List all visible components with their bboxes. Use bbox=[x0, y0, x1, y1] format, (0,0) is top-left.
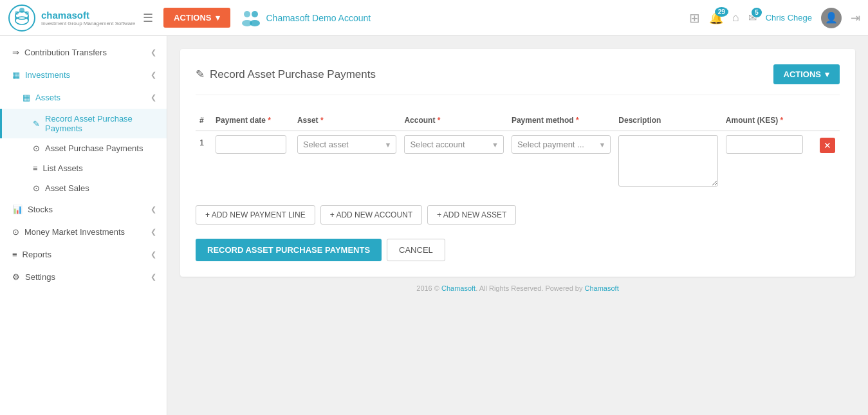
col-payment-method: Payment method * bbox=[508, 111, 614, 131]
notification-icon[interactable]: 🔔 29 bbox=[709, 11, 723, 25]
logo-text: chamasoft Investment Group Management So… bbox=[41, 10, 135, 26]
col-description: Description bbox=[614, 111, 721, 131]
logo-area: chamasoft Investment Group Management So… bbox=[8, 4, 136, 32]
content-card: ✎ Record Asset Purchase Payments ACTIONS… bbox=[180, 49, 855, 277]
money-market-icon: ⊙ bbox=[12, 227, 19, 237]
payment-table: # Payment date * Asset * Account * Payme… bbox=[196, 111, 840, 192]
grid-icon[interactable]: ⊞ bbox=[689, 10, 700, 26]
svg-point-6 bbox=[15, 11, 19, 15]
footer: 2016 © Chamasoft. All Rights Reserved. P… bbox=[180, 277, 855, 300]
payment-method-select[interactable]: Select payment ... bbox=[512, 135, 611, 154]
settings-icon: ⚙ bbox=[12, 272, 20, 282]
sidebar-label-asset-sales: Asset Sales bbox=[45, 183, 89, 193]
asset-select-wrapper: Select asset ▼ bbox=[297, 135, 396, 154]
list-icon: ≡ bbox=[33, 163, 38, 173]
cell-description bbox=[614, 131, 721, 192]
col-remove bbox=[816, 111, 840, 131]
cell-amount bbox=[722, 131, 816, 192]
sidebar-item-stocks[interactable]: 📊 Stocks ❮ bbox=[0, 198, 167, 221]
sidebar-label-stocks: Stocks bbox=[28, 205, 53, 214]
main-content: ✎ Record Asset Purchase Payments ACTIONS… bbox=[167, 36, 868, 415]
org-name: Chamasoft Demo Account bbox=[266, 13, 371, 23]
card-actions-button[interactable]: ACTIONS ▾ bbox=[773, 64, 840, 84]
chevron-icon: ❮ bbox=[151, 93, 156, 102]
sidebar: ⇒ Contribution Transfers ❮ ▦ Investments… bbox=[0, 36, 167, 415]
add-asset-button[interactable]: + ADD NEW ASSET bbox=[427, 205, 516, 225]
add-account-button[interactable]: + ADD NEW ACCOUNT bbox=[320, 205, 422, 225]
message-badge: 5 bbox=[752, 8, 762, 17]
table-header-row: # Payment date * Asset * Account * Payme… bbox=[196, 111, 840, 131]
table-row: 1 Select asset ▼ bbox=[196, 131, 840, 192]
svg-point-8 bbox=[244, 11, 250, 17]
chevron-icon: ❮ bbox=[151, 250, 156, 259]
user-name[interactable]: Chris Chege bbox=[766, 13, 812, 23]
col-amount: Amount (KES) * bbox=[722, 111, 816, 131]
col-payment-date: Payment date * bbox=[212, 111, 293, 131]
sidebar-item-assets[interactable]: ▦ Assets ❮ bbox=[0, 86, 167, 109]
actions-button[interactable]: ACTIONS ▾ bbox=[163, 8, 230, 28]
footer-link-2[interactable]: Chamasoft bbox=[585, 284, 619, 292]
sidebar-item-record-asset-purchase-payments[interactable]: ✎ Record Asset Purchase Payments bbox=[0, 109, 167, 138]
sidebar-item-asset-purchase-payments[interactable]: ⊙ Asset Purchase Payments bbox=[0, 138, 167, 158]
chevron-icon: ❮ bbox=[151, 48, 156, 57]
home-icon[interactable]: ⌂ bbox=[732, 11, 739, 24]
action-buttons-row: RECORD ASSET PURCHASE PAYMENTS CANCEL bbox=[196, 232, 840, 261]
group-icon bbox=[241, 8, 261, 28]
col-num: # bbox=[196, 111, 212, 131]
hamburger-menu[interactable]: ☰ bbox=[143, 11, 153, 25]
record-button[interactable]: RECORD ASSET PURCHASE PAYMENTS bbox=[196, 239, 382, 261]
pencil-icon: ✎ bbox=[196, 68, 205, 81]
col-account: Account * bbox=[400, 111, 507, 131]
required-marker: * bbox=[268, 116, 271, 125]
cancel-button[interactable]: CANCEL bbox=[387, 239, 445, 261]
payment-date-input[interactable] bbox=[216, 135, 286, 154]
sidebar-item-asset-sales[interactable]: ⊙ Asset Sales bbox=[0, 178, 167, 198]
cell-account: Select account ▼ bbox=[400, 131, 507, 192]
sidebar-label-asset-purchase-payments: Asset Purchase Payments bbox=[45, 143, 143, 153]
account-select[interactable]: Select account bbox=[404, 135, 503, 154]
sidebar-item-list-assets[interactable]: ≡ List Assets bbox=[0, 158, 167, 178]
asset-select[interactable]: Select asset bbox=[297, 135, 396, 154]
remove-row-button[interactable]: ✕ bbox=[820, 138, 835, 153]
required-marker: * bbox=[438, 116, 441, 125]
chevron-icon: ❮ bbox=[151, 273, 156, 281]
amount-input[interactable] bbox=[726, 135, 803, 154]
stocks-icon: 📊 bbox=[12, 205, 23, 214]
reports-icon: ≡ bbox=[12, 250, 17, 259]
col-asset: Asset * bbox=[293, 111, 400, 131]
chevron-icon: ❮ bbox=[151, 228, 156, 236]
sidebar-label-record-asset-purchase: Record Asset Purchase Payments bbox=[45, 114, 156, 133]
payment-icon: ⊙ bbox=[33, 143, 40, 153]
add-payment-line-button[interactable]: + ADD NEW PAYMENT LINE bbox=[196, 205, 315, 225]
row-num: 1 bbox=[196, 131, 212, 192]
card-header: ✎ Record Asset Purchase Payments ACTIONS… bbox=[196, 64, 840, 95]
svg-point-9 bbox=[252, 11, 258, 17]
cell-payment-date bbox=[212, 131, 293, 192]
sidebar-label-money-market: Money Market Investments bbox=[24, 227, 125, 237]
chevron-down-icon: ▾ bbox=[216, 13, 220, 23]
investments-icon: ▦ bbox=[12, 70, 20, 80]
top-navigation: chamasoft Investment Group Management So… bbox=[0, 0, 868, 36]
sidebar-item-contribution-transfers[interactable]: ⇒ Contribution Transfers ❮ bbox=[0, 41, 167, 64]
svg-point-11 bbox=[250, 20, 260, 26]
logout-icon[interactable]: ⇥ bbox=[851, 11, 860, 25]
account-select-wrapper: Select account ▼ bbox=[404, 135, 503, 154]
description-textarea[interactable] bbox=[618, 135, 717, 187]
edit-icon: ✎ bbox=[33, 119, 40, 129]
cell-asset: Select asset ▼ bbox=[293, 131, 400, 192]
footer-link[interactable]: Chamasoft bbox=[441, 284, 476, 292]
avatar-icon: 👤 bbox=[825, 12, 838, 24]
sidebar-item-settings[interactable]: ⚙ Settings ❮ bbox=[0, 266, 167, 288]
cell-payment-method: Select payment ... ▼ bbox=[508, 131, 614, 192]
cell-remove: ✕ bbox=[816, 131, 840, 192]
sidebar-label-assets: Assets bbox=[35, 93, 60, 102]
user-avatar[interactable]: 👤 bbox=[821, 8, 842, 28]
sidebar-item-investments[interactable]: ▦ Investments ❮ bbox=[0, 64, 167, 86]
message-icon[interactable]: ✉ 5 bbox=[748, 12, 757, 24]
card-title: ✎ Record Asset Purchase Payments bbox=[196, 68, 376, 81]
sidebar-label-list-assets: List Assets bbox=[43, 163, 83, 173]
payment-select-wrapper: Select payment ... ▼ bbox=[512, 135, 611, 154]
sidebar-item-money-market[interactable]: ⊙ Money Market Investments ❮ bbox=[0, 221, 167, 243]
sidebar-label-settings: Settings bbox=[25, 272, 55, 282]
sidebar-item-reports[interactable]: ≡ Reports ❮ bbox=[0, 243, 167, 266]
